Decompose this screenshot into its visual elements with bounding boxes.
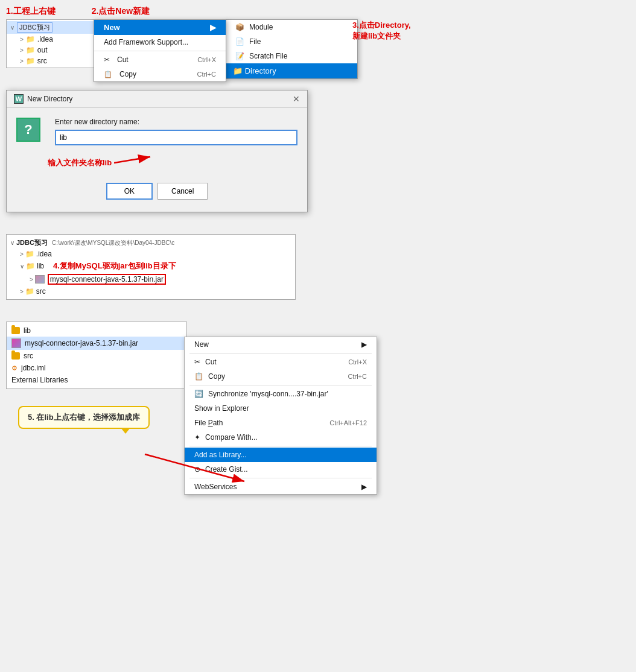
dialog-ok-button[interactable]: OK <box>106 183 153 200</box>
tree2-idea[interactable]: > 📁 .idea <box>16 249 295 259</box>
section1-context-menu: 1.工程上右键 2.点击New新建 ∨ JDBC预习 > 📁 .idea > 📁… <box>6 6 630 68</box>
cut-icon: ✂ <box>104 55 110 64</box>
menu-item-add-framework[interactable]: Add Framework Support... <box>94 35 226 49</box>
iml-icon: ⚙ <box>11 364 17 372</box>
tree-item-out[interactable]: > 📁 out <box>16 45 99 55</box>
module-icon: 📦 <box>235 23 244 31</box>
new-directory-dialog: W New Directory ✕ ? Enter new directory … <box>6 90 308 212</box>
file-icon: 📄 <box>235 37 244 46</box>
sync-icon: 🔄 <box>194 390 203 398</box>
tree2-lib[interactable]: ∨ 📁 lib 4.复制MySQL驱动jar包到lib目录下 <box>16 259 295 273</box>
file-jar[interactable]: mysql-connector-java-5.1.37-bin.jar <box>7 337 186 350</box>
cm-filepath-shortcut: Ctrl+Alt+F12 <box>329 419 367 426</box>
submenu-scratch-file[interactable]: 📝 Scratch File <box>226 49 357 63</box>
submenu-file[interactable]: 📄 File <box>226 34 357 49</box>
cm-file-path[interactable]: File Path Ctrl+Alt+F12 <box>185 416 377 430</box>
compare-icon: ✦ <box>194 433 200 442</box>
dialog-cancel-button[interactable]: Cancel <box>157 183 208 200</box>
tree-root-row[interactable]: ∨ JDBC预习 <box>7 21 99 34</box>
cm-add-library[interactable]: Add as Library... <box>185 448 377 462</box>
tree2-root-path: C:\work\课改\MYSQL课改资料\Day04-JDBC\c <box>52 239 174 247</box>
jar-file-icon <box>35 275 45 284</box>
project-tree-1: ∨ JDBC预习 > 📁 .idea > 📁 out > 📁 src <box>6 19 100 68</box>
annotation-step3: 3.点击Directory,新建lib文件夹 <box>352 20 473 42</box>
folder-src-icon2: 📁 <box>25 287 34 296</box>
file-src[interactable]: src <box>7 350 186 362</box>
cm-sep2 <box>189 385 372 385</box>
dialog-close-button[interactable]: ✕ <box>293 94 300 104</box>
menu-item-copy[interactable]: 📋 Copy Ctrl+C <box>94 67 226 81</box>
dialog-titlebar: W New Directory ✕ <box>7 90 307 108</box>
tree2-root-name: JDBC预习 <box>16 238 48 247</box>
dialog-title-text: New Directory <box>27 95 72 103</box>
tree-src-label: src <box>37 57 47 65</box>
folder-icon-out: 📁 <box>26 46 35 54</box>
file-external-libs: External Libraries <box>7 374 186 386</box>
cut-icon2: ✂ <box>194 358 200 366</box>
cm-cut-label: Cut <box>205 358 217 366</box>
directory-name-input[interactable] <box>55 130 297 145</box>
cm-sep4 <box>189 478 372 478</box>
arrow-svg <box>114 154 162 172</box>
cm-cut[interactable]: ✂ Cut Ctrl+X <box>185 355 377 369</box>
cm-copy-shortcut: Ctrl+C <box>348 373 367 380</box>
submenu-module[interactable]: 📦 Module <box>226 20 357 34</box>
tree-item-idea[interactable]: > 📁 .idea <box>16 34 99 45</box>
file-iml-label: jdbc.iml <box>21 364 46 372</box>
copy-icon2: 📋 <box>194 372 203 381</box>
file-lib[interactable]: lib <box>7 325 186 337</box>
menu-sep-1 <box>94 51 226 51</box>
submenu-directory[interactable]: 📁 Directory <box>226 63 357 78</box>
cm-compare-label: Compare With... <box>205 433 258 442</box>
section4-file-context: lib mysql-connector-java-5.1.37-bin.jar … <box>6 322 630 389</box>
dialog-window-icon: W <box>14 94 24 104</box>
cm-filepath-label: File Path <box>194 419 223 427</box>
cm-show-explorer[interactable]: Show in Explorer <box>185 401 377 416</box>
dialog-content: ? Enter new directory name: <box>16 118 297 150</box>
tree-root-label: JDBC预习 <box>17 22 52 33</box>
tree2-idea-label: .idea <box>36 250 52 258</box>
folder-icon-src: 📁 <box>26 57 35 65</box>
cm-new[interactable]: New ▶ <box>185 337 377 352</box>
annotation-lib-label: 输入文件夹名称lib <box>48 157 112 168</box>
scratch-file-icon: 📝 <box>235 52 244 60</box>
cm-create-gist[interactable]: ⊙ Create Gist... <box>185 462 377 477</box>
file-jar-label: mysql-connector-java-5.1.37-bin.jar <box>25 339 138 347</box>
tree2-src[interactable]: > 📁 src <box>16 286 295 297</box>
svg-line-1 <box>114 157 150 163</box>
cm-sync-label: Synchronize 'mysql-conn....37-bin.jar' <box>208 390 328 398</box>
cm-sep3 <box>189 446 372 446</box>
dialog-annotation-area: 输入文件夹名称lib <box>48 154 297 172</box>
annotation-step1: 1.工程上右键 <box>6 6 56 17</box>
menu-item-cut[interactable]: ✂ Cut Ctrl+X <box>94 52 226 67</box>
cm-new-arrow: ▶ <box>361 340 367 349</box>
jar-label: mysql-connector-java-5.1.37-bin.jar <box>48 274 166 285</box>
tree-item-src[interactable]: > 📁 src <box>16 55 99 66</box>
dialog-question-icon: ? <box>16 118 40 142</box>
file-lib-label: lib <box>24 326 31 335</box>
dialog-title-left: W New Directory <box>14 94 72 104</box>
folder-lib-icon: 📁 <box>26 262 35 270</box>
dialog-label: Enter new directory name: <box>55 118 297 126</box>
context-menu-1: New ▶ Add Framework Support... ✂ Cut Ctr… <box>94 19 226 82</box>
cm-gist-label: Create Gist... <box>205 465 248 474</box>
tree2-lib-label: lib <box>37 262 44 270</box>
tree2-root[interactable]: ∨ JDBC预习 C:\work\课改\MYSQL课改资料\Day04-JDBC… <box>7 237 295 249</box>
submenu-new: 3.点击Directory,新建lib文件夹 📦 Module 📄 File 📝… <box>225 19 358 79</box>
cm-copy[interactable]: 📋 Copy Ctrl+C <box>185 369 377 384</box>
external-libs-label: External Libraries <box>11 376 68 384</box>
cm-synchronize[interactable]: 🔄 Synchronize 'mysql-conn....37-bin.jar' <box>185 387 377 401</box>
dialog-buttons: OK Cancel <box>16 178 297 202</box>
cm-show-label: Show in Explorer <box>194 404 249 413</box>
cm-compare[interactable]: ✦ Compare With... <box>185 430 377 445</box>
cm-webservices[interactable]: WebServices ▶ <box>185 480 377 494</box>
section2-dialog: W New Directory ✕ ? Enter new directory … <box>6 90 630 212</box>
section3-project-tree: ∨ JDBC预习 C:\work\课改\MYSQL课改资料\Day04-JDBC… <box>6 234 296 300</box>
menu-item-new[interactable]: New ▶ <box>94 20 226 35</box>
tree-idea-label: .idea <box>37 35 53 43</box>
file-iml[interactable]: ⚙ jdbc.iml <box>7 362 186 374</box>
file-panel: lib mysql-connector-java-5.1.37-bin.jar … <box>6 322 187 389</box>
folder-lib-icon2 <box>11 327 20 334</box>
tree2-jar-item[interactable]: > mysql-connector-java-5.1.37-bin.jar <box>26 273 295 286</box>
copy-icon: 📋 <box>104 71 112 78</box>
